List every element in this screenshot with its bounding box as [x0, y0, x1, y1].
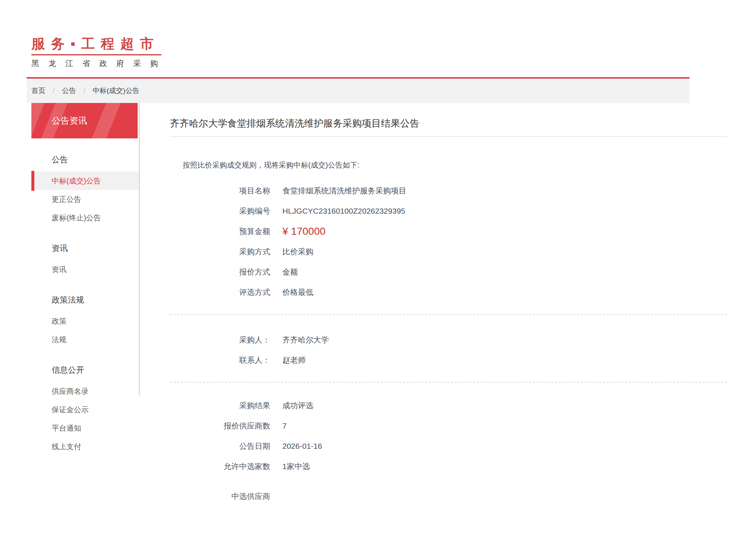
field-label: 联系人：	[170, 355, 270, 365]
sidebar-item-news[interactable]: 资讯	[31, 260, 139, 279]
sidebar-item-online-payment[interactable]: 线上支付	[31, 437, 139, 456]
field-label: 采购方式	[170, 247, 270, 257]
field-row-quote-method: 报价方式 金额	[170, 262, 727, 282]
field-value: 金额	[282, 267, 298, 277]
field-row-budget-amount: 预算金额 ¥ 170000	[170, 221, 727, 241]
sidebar-section-announcements: 公告	[31, 152, 139, 167]
sidebar-item-correction-announcements[interactable]: 更正公告	[31, 190, 139, 209]
field-value: 7	[282, 421, 287, 430]
field-row-contact-person: 联系人： 赵老师	[170, 350, 727, 370]
budget-amount-value: ¥ 170000	[282, 225, 326, 237]
field-label: 采购结果	[170, 400, 270, 411]
breadcrumb: 首页 / 公告 / 中标(成交)公告	[27, 79, 690, 103]
sidebar-item-supplier-directory[interactable]: 供应商名录	[31, 382, 139, 400]
field-value: HLJGCYC23160100Z20262329395	[282, 207, 405, 216]
field-row-allowed-winners: 允许中选家数 1家中选	[170, 456, 727, 476]
sidebar: 公告资讯 公告 中标(成交)公告 更正公告 废标(终止)公告 资讯 资讯 政策法…	[31, 103, 139, 506]
sidebar-item-label: 中标(成交)公告	[52, 176, 101, 186]
breadcrumb-announcements[interactable]: 公告	[62, 86, 76, 96]
field-value: 成功评选	[282, 400, 313, 411]
site-header: 服务▪工程超市 黑龙江省政府采购	[0, 0, 756, 68]
intro-text: 按照比价采购成交规则，现将采购中标(成交)公告如下:	[170, 160, 727, 170]
sidebar-item-label: 法规	[52, 335, 66, 345]
page-content: 公告资讯 公告 中标(成交)公告 更正公告 废标(终止)公告 资讯 资讯 政策法…	[31, 103, 756, 506]
sidebar-right-border	[139, 103, 140, 395]
sidebar-item-award-announcements[interactable]: 中标(成交)公告	[31, 172, 139, 190]
sidebar-item-label: 保证金公示	[52, 405, 89, 415]
sidebar-section-news: 资讯	[31, 241, 139, 256]
contact-fields: 采购人： 齐齐哈尔大学 联系人： 赵老师	[170, 330, 727, 370]
field-label: 中选供应商	[170, 491, 270, 502]
breadcrumb-separator: /	[53, 87, 55, 95]
field-value: 1家中选	[282, 461, 310, 472]
field-value: 比价采购	[282, 247, 313, 257]
dashed-divider	[170, 382, 727, 383]
field-label: 评选方式	[170, 287, 270, 297]
field-row-supplier-count: 报价供应商数 7	[170, 416, 727, 436]
main-content: 齐齐哈尔大学食堂排烟系统清洗维护服务采购项目结果公告 按照比价采购成交规则，现将…	[170, 103, 727, 506]
active-indicator-bar	[31, 171, 34, 191]
dashed-divider	[170, 314, 727, 315]
field-value: 齐齐哈尔大学	[282, 335, 329, 345]
field-label: 允许中选家数	[170, 461, 270, 472]
sidebar-item-label: 政策	[52, 316, 66, 326]
sidebar-item-label: 更正公告	[52, 194, 81, 204]
sidebar-item-label: 供应商名录	[52, 386, 89, 396]
sidebar-item-cancelled-announcements[interactable]: 废标(终止)公告	[31, 209, 139, 227]
field-value: 2026-01-16	[282, 442, 322, 451]
field-row-winning-supplier: 中选供应商	[170, 486, 727, 506]
sidebar-item-label: 资讯	[52, 265, 66, 275]
sidebar-item-regulations[interactable]: 法规	[31, 330, 139, 349]
breadcrumb-separator: /	[83, 87, 85, 95]
field-label: 项目名称	[170, 186, 270, 196]
site-logo[interactable]: 服务▪工程超市 黑龙江省政府采购	[31, 37, 167, 67]
field-row-purchaser: 采购人： 齐齐哈尔大学	[170, 330, 727, 350]
logo-tagline: 黑龙江省政府采购	[31, 59, 167, 67]
field-value: 价格最低	[282, 287, 313, 297]
field-label: 报价供应商数	[170, 421, 270, 431]
field-label: 公告日期	[170, 441, 270, 451]
sidebar-item-platform-notice[interactable]: 平台通知	[31, 419, 139, 437]
sidebar-item-deposit-publicity[interactable]: 保证金公示	[31, 400, 139, 419]
sidebar-item-policy[interactable]: 政策	[31, 312, 139, 330]
field-row-procurement-result: 采购结果 成功评选	[170, 395, 727, 416]
field-label: 预算金额	[170, 226, 270, 237]
field-row-selection-method: 评选方式 价格最低	[170, 282, 727, 302]
field-label: 采购人：	[170, 335, 270, 345]
logo-text: 服务▪工程超市	[31, 37, 167, 51]
project-fields: 项目名称 食堂排烟系统清洗维护服务采购项目 采购编号 HLJGCYC231601…	[170, 180, 727, 302]
field-label: 报价方式	[170, 267, 270, 277]
field-label: 采购编号	[170, 206, 270, 216]
sidebar-item-label: 废标(终止)公告	[52, 213, 101, 223]
page-title: 齐齐哈尔大学食堂排烟系统清洗维护服务采购项目结果公告	[170, 117, 727, 130]
logo-divider	[31, 54, 161, 55]
sidebar-item-label: 平台通知	[52, 423, 81, 433]
sidebar-item-label: 线上支付	[52, 442, 81, 452]
field-row-announcement-date: 公告日期 2026-01-16	[170, 436, 727, 456]
title-divider	[170, 136, 727, 137]
breadcrumb-current: 中标(成交)公告	[93, 86, 140, 96]
sidebar-panel-title: 公告资讯	[31, 103, 138, 138]
breadcrumb-home[interactable]: 首页	[31, 86, 45, 96]
sidebar-section-policies: 政策法规	[31, 293, 139, 307]
field-value: 赵老师	[282, 355, 306, 365]
field-row-procurement-method: 采购方式 比价采购	[170, 241, 727, 262]
sidebar-section-disclosure: 信息公开	[31, 363, 139, 378]
field-row-project-name: 项目名称 食堂排烟系统清洗维护服务采购项目	[170, 180, 727, 201]
result-fields: 采购结果 成功评选 报价供应商数 7 公告日期 2026-01-16 允许中选家…	[170, 395, 727, 506]
field-row-procurement-number: 采购编号 HLJGCYC23160100Z20262329395	[170, 201, 727, 221]
field-value: 食堂排烟系统清洗维护服务采购项目	[282, 186, 406, 196]
